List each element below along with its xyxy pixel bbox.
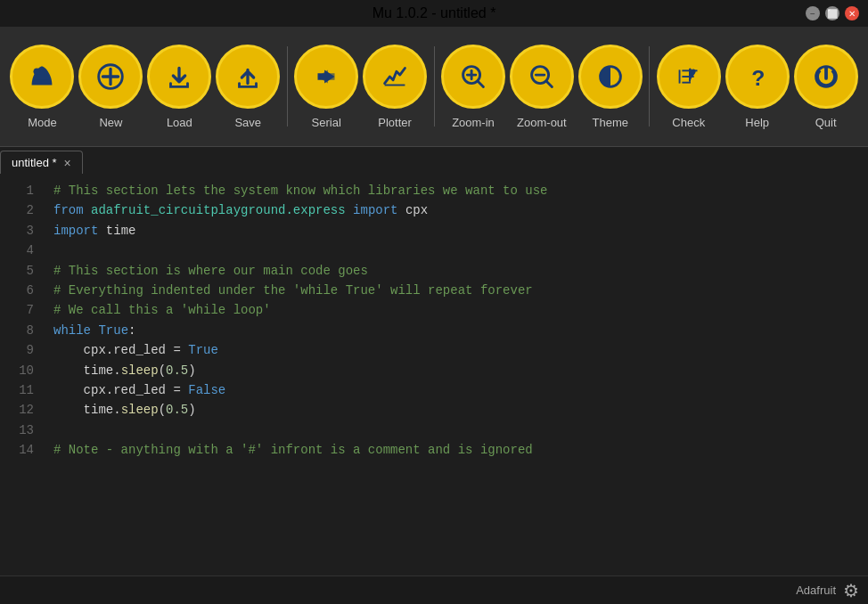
tabbar: untitled * × [0, 147, 868, 174]
line-number: 3 [0, 221, 34, 241]
svg-line-12 [546, 80, 553, 86]
theme-icon [578, 45, 643, 109]
tab-label: untitled * [12, 156, 57, 169]
plotter-button[interactable]: Plotter [362, 36, 429, 138]
separator-3 [649, 46, 650, 127]
svg-line-9 [478, 80, 484, 86]
line-number: 9 [0, 340, 34, 360]
zoom-out-label: Zoom-out [517, 116, 567, 129]
help-label: Help [745, 116, 769, 129]
gear-icon: ⚙ [843, 580, 859, 601]
check-icon [657, 45, 721, 109]
theme-label: Theme [593, 116, 628, 129]
plotter-label: Plotter [378, 116, 412, 129]
quit-icon [794, 45, 858, 109]
help-button[interactable]: ? Help [724, 36, 790, 138]
plotter-icon [363, 45, 427, 109]
zoom-out-button[interactable]: Zoom-out [508, 36, 575, 138]
help-icon: ? [725, 45, 790, 109]
line-number: 2 [0, 200, 34, 220]
save-button[interactable]: Save [215, 36, 282, 138]
code-line: while True: [53, 321, 868, 340]
code-line [53, 241, 868, 260]
check-label: Check [672, 116, 705, 129]
quit-label: Quit [815, 116, 837, 129]
code-line: time.sleep(0.5) [53, 361, 868, 380]
quit-button[interactable]: Quit [792, 36, 859, 138]
minimize-button[interactable]: − [806, 6, 820, 20]
line-number: 4 [0, 241, 34, 260]
line-number: 1 [0, 181, 34, 200]
code-line: # This section is where our main code go… [53, 261, 868, 281]
new-icon [78, 45, 143, 109]
separator-1 [287, 46, 288, 127]
tab-untitled[interactable]: untitled * × [0, 151, 83, 174]
load-icon [147, 45, 211, 109]
line-number: 6 [0, 281, 34, 300]
mode-label: Mode [28, 116, 57, 129]
theme-button[interactable]: Theme [577, 36, 643, 138]
statusbar-text: Adafruit [796, 584, 836, 597]
check-button[interactable]: Check [655, 36, 722, 138]
settings-gear-button[interactable]: ⚙ [843, 580, 859, 601]
line-number: 8 [0, 321, 34, 340]
svg-point-0 [34, 68, 41, 75]
mode-button[interactable]: Mode [9, 36, 76, 138]
new-button[interactable]: New [78, 36, 144, 138]
line-number: 5 [0, 261, 34, 281]
tab-close-button[interactable]: × [64, 157, 71, 169]
titlebar-controls: − ⬜ ✕ [806, 6, 859, 20]
titlebar-title: Mu 1.0.2 - untitled * [373, 5, 496, 21]
zoom-in-button[interactable]: Zoom-in [440, 36, 507, 138]
line-number: 13 [0, 420, 34, 440]
code-line: cpx.red_led = False [53, 380, 868, 400]
load-button[interactable]: Load [146, 36, 213, 138]
serial-button[interactable]: Serial [293, 36, 360, 138]
svg-rect-1 [34, 79, 51, 83]
serial-label: Serial [312, 116, 341, 129]
code-line: from adafruit_circuitplayground.express … [53, 200, 868, 220]
line-numbers: 1234567891011121314 [0, 174, 43, 575]
serial-icon [294, 45, 358, 109]
line-number: 12 [0, 400, 34, 420]
code-editor[interactable]: # This section lets the system know whic… [43, 174, 868, 575]
code-line: # Everything indented under the 'while T… [53, 281, 868, 300]
code-line: cpx.red_led = True [53, 340, 868, 360]
line-number: 7 [0, 300, 34, 320]
save-icon [216, 45, 280, 109]
maximize-button[interactable]: ⬜ [825, 6, 839, 20]
code-line: import time [53, 221, 868, 241]
editor-container: 1234567891011121314 # This section lets … [0, 174, 868, 575]
statusbar: Adafruit ⚙ [0, 575, 868, 604]
close-button[interactable]: ✕ [845, 6, 859, 20]
line-number: 11 [0, 380, 34, 400]
code-line: # Note - anything with a '#' infront is … [53, 440, 868, 460]
code-line: # We call this a 'while loop' [53, 300, 868, 320]
line-number: 14 [0, 440, 34, 460]
titlebar: Mu 1.0.2 - untitled * − ⬜ ✕ [0, 0, 868, 27]
line-number: 10 [0, 361, 34, 380]
zoom-out-icon [510, 45, 574, 109]
save-label: Save [234, 116, 261, 129]
new-label: New [99, 116, 122, 129]
mode-icon [10, 45, 74, 109]
code-line: time.sleep(0.5) [53, 400, 868, 420]
separator-2 [434, 46, 435, 127]
zoom-in-label: Zoom-in [452, 116, 495, 129]
load-label: Load [167, 116, 192, 129]
code-line [53, 420, 868, 440]
toolbar: Mode New Load Save [0, 27, 868, 147]
code-line: # This section lets the system know whic… [53, 181, 868, 200]
zoom-in-icon [441, 45, 505, 109]
svg-text:?: ? [751, 65, 765, 89]
